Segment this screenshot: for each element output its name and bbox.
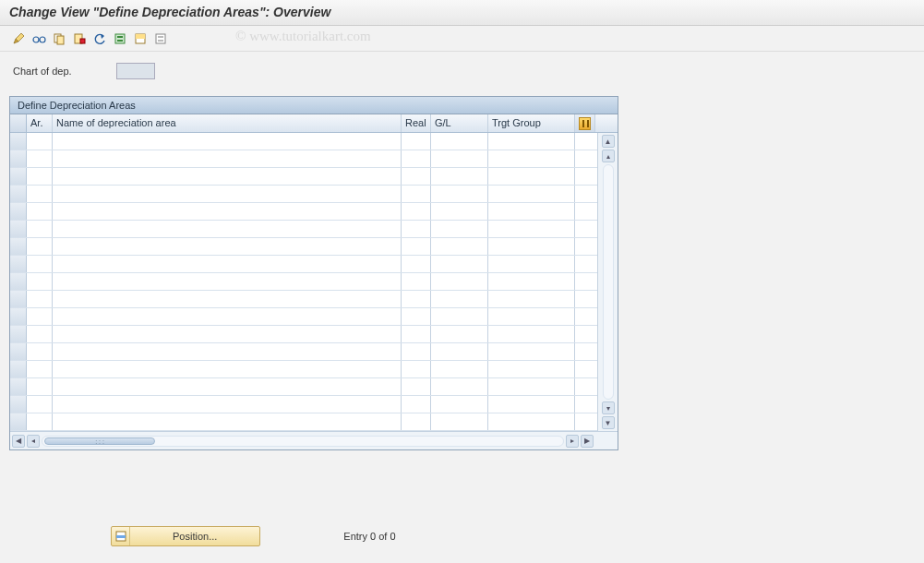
glasses-icon[interactable] — [30, 30, 48, 48]
cell-gl[interactable] — [431, 256, 488, 272]
row-selector[interactable] — [10, 361, 27, 377]
cell-trgt-group[interactable] — [488, 203, 575, 220]
cell-trgt-group[interactable] — [488, 396, 575, 413]
cell-real[interactable] — [402, 343, 431, 360]
cell-name[interactable] — [53, 186, 402, 202]
cell-gl[interactable] — [431, 238, 488, 255]
row-selector[interactable] — [10, 186, 27, 202]
cell-gl[interactable] — [431, 291, 488, 307]
cell-real[interactable] — [402, 396, 431, 413]
scroll-left-end-icon[interactable]: ◀ — [12, 435, 25, 448]
select-all-icon[interactable] — [111, 30, 129, 48]
cell-area[interactable] — [27, 378, 53, 395]
cell-trgt-group[interactable] — [488, 168, 575, 185]
col-header-trgt-group[interactable]: Trgt Group — [488, 114, 575, 132]
cell-real[interactable] — [402, 273, 431, 290]
row-selector[interactable] — [10, 326, 27, 342]
undo-icon[interactable] — [90, 30, 109, 48]
cell-name[interactable] — [53, 413, 402, 430]
cell-gl[interactable] — [431, 413, 488, 430]
cell-trgt-group[interactable] — [488, 186, 575, 202]
display-change-icon[interactable] — [9, 30, 28, 48]
cell-area[interactable] — [27, 413, 53, 430]
row-selector[interactable] — [10, 273, 27, 290]
cell-gl[interactable] — [431, 203, 488, 220]
col-header-name[interactable]: Name of depreciation area — [53, 114, 402, 132]
cell-real[interactable] — [402, 238, 431, 255]
cell-trgt-group[interactable] — [488, 256, 575, 272]
cell-gl[interactable] — [431, 343, 488, 360]
cell-real[interactable] — [402, 326, 431, 342]
table-row[interactable] — [10, 133, 597, 150]
row-selector[interactable] — [10, 150, 27, 167]
cell-area[interactable] — [27, 150, 53, 167]
vertical-scrollbar[interactable]: ▲ ▴ ▾ ▼ — [597, 133, 618, 431]
cell-trgt-group[interactable] — [488, 308, 575, 325]
cell-trgt-group[interactable] — [488, 413, 575, 430]
cell-area[interactable] — [27, 396, 53, 413]
cell-name[interactable] — [53, 308, 402, 325]
vertical-scroll-track[interactable] — [603, 164, 614, 400]
table-row[interactable] — [10, 256, 597, 273]
deselect-all-icon[interactable] — [151, 30, 170, 48]
cell-area[interactable] — [27, 308, 53, 325]
table-row[interactable] — [10, 203, 597, 221]
cell-area[interactable] — [27, 168, 53, 185]
cell-gl[interactable] — [431, 150, 488, 167]
table-row[interactable] — [10, 186, 597, 203]
cell-gl[interactable] — [431, 186, 488, 202]
chart-of-dep-input[interactable] — [116, 63, 155, 79]
cell-real[interactable] — [402, 291, 431, 307]
cell-area[interactable] — [27, 343, 53, 360]
cell-gl[interactable] — [431, 273, 488, 290]
horizontal-scrollbar[interactable]: ◀ ◂ : : : ▸ ▶ — [10, 431, 618, 449]
table-row[interactable] — [10, 168, 597, 186]
cell-real[interactable] — [402, 168, 431, 185]
col-header-real[interactable]: Real — [402, 114, 431, 132]
cell-real[interactable] — [402, 413, 431, 430]
row-selector[interactable] — [10, 256, 27, 272]
cell-trgt-group[interactable] — [488, 150, 575, 167]
copy-icon[interactable] — [50, 30, 68, 48]
cell-real[interactable] — [402, 150, 431, 167]
table-row[interactable] — [10, 150, 597, 168]
cell-trgt-group[interactable] — [488, 273, 575, 290]
table-row[interactable] — [10, 343, 597, 361]
cell-gl[interactable] — [431, 396, 488, 413]
horizontal-scroll-track[interactable]: : : : — [42, 436, 564, 447]
cell-gl[interactable] — [431, 308, 488, 325]
cell-area[interactable] — [27, 291, 53, 307]
cell-name[interactable] — [53, 256, 402, 272]
row-selector[interactable] — [10, 378, 27, 395]
cell-name[interactable] — [53, 396, 402, 413]
horizontal-scroll-thumb[interactable]: : : : — [44, 437, 155, 445]
scroll-left-icon[interactable]: ◂ — [27, 435, 40, 448]
cell-area[interactable] — [27, 256, 53, 272]
cell-real[interactable] — [402, 361, 431, 377]
table-row[interactable] — [10, 378, 597, 396]
scroll-up-step-icon[interactable]: ▴ — [602, 150, 615, 162]
cell-real[interactable] — [402, 186, 431, 202]
cell-area[interactable] — [27, 326, 53, 342]
row-selector[interactable] — [10, 221, 27, 237]
cell-name[interactable] — [53, 291, 402, 307]
table-row[interactable] — [10, 396, 597, 413]
row-selector[interactable] — [10, 413, 27, 430]
row-selector[interactable] — [10, 168, 27, 185]
scroll-right-end-icon[interactable]: ▶ — [581, 435, 594, 448]
table-row[interactable] — [10, 238, 597, 256]
row-selector[interactable] — [10, 308, 27, 325]
scroll-down-step-icon[interactable]: ▾ — [602, 401, 615, 414]
cell-name[interactable] — [53, 238, 402, 255]
cell-real[interactable] — [402, 221, 431, 237]
cell-name[interactable] — [53, 326, 402, 342]
cell-name[interactable] — [53, 273, 402, 290]
row-selector[interactable] — [10, 203, 27, 220]
cell-trgt-group[interactable] — [488, 361, 575, 377]
table-row[interactable] — [10, 326, 597, 343]
cell-area[interactable] — [27, 238, 53, 255]
scroll-right-icon[interactable]: ▸ — [566, 435, 579, 448]
cell-name[interactable] — [53, 168, 402, 185]
select-block-icon[interactable] — [131, 30, 150, 48]
table-row[interactable] — [10, 221, 597, 238]
